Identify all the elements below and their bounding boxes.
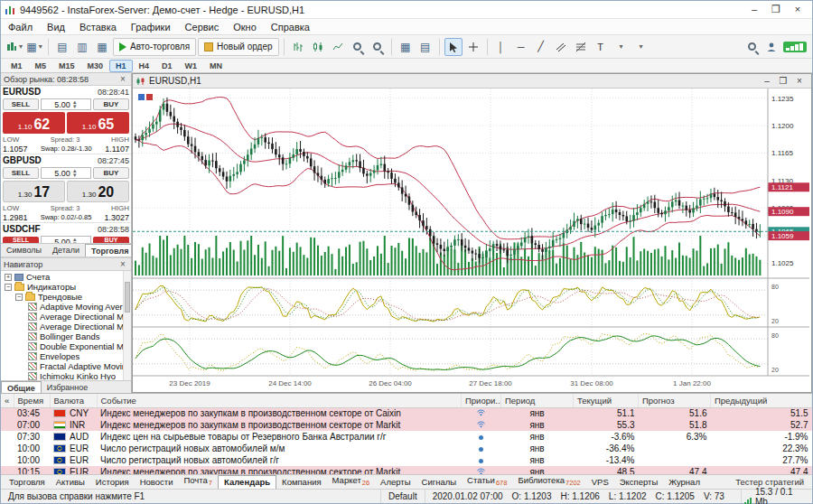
auto-trading-button[interactable]: Авто-торговля (113, 38, 196, 56)
vertical-line-tool-button[interactable]: │ (492, 38, 510, 56)
maximize-button[interactable]: ❒ (765, 2, 787, 18)
tree-item-trend[interactable]: −Трендовые (1, 292, 131, 302)
community-button[interactable] (762, 38, 780, 56)
tab-journal[interactable]: Журнал (663, 476, 706, 489)
tf-w1[interactable]: W1 (179, 60, 204, 72)
tab-vps[interactable]: VPS (586, 476, 614, 489)
collapse-panel-button[interactable]: « (1, 394, 14, 407)
tree-item-indicator[interactable]: Adaptive Moving Average (1, 302, 131, 312)
sell-button[interactable]: SELL (3, 167, 39, 179)
navigator-scrollbar[interactable] (123, 271, 131, 380)
tf-m30[interactable]: M30 (81, 60, 110, 72)
calendar-row[interactable]: 03:45 CNY Индекс менеджеров по закупкам … (1, 407, 812, 419)
tf-h1[interactable]: H1 (109, 60, 133, 72)
spinner-arrows-icon[interactable]: ▲▼ (72, 100, 78, 109)
new-order-button[interactable]: Новый ордер (198, 38, 279, 56)
chart-restore-button[interactable]: ❒ (775, 76, 791, 86)
tab-symbols[interactable]: Символы (1, 244, 47, 257)
col-time[interactable]: Время (14, 394, 50, 407)
trendline-tool-button[interactable]: ╱ (532, 38, 550, 56)
tree-item-indicator[interactable]: Ichimoku Kinko Hyo (1, 371, 131, 380)
new-chart-button[interactable]: ▾ (5, 38, 23, 56)
buy-price-box[interactable]: 1.30 20 (67, 181, 129, 202)
tf-m15[interactable]: M15 (52, 60, 81, 72)
col-previous[interactable]: Предыдущий (711, 394, 812, 407)
tree-item-indicator[interactable]: Envelopes (1, 351, 131, 361)
col-forecast[interactable]: Прогноз (639, 394, 711, 407)
col-current[interactable]: Текущий (574, 394, 639, 407)
chart-close-button[interactable]: × (791, 76, 808, 86)
tab-details[interactable]: Детали (47, 244, 85, 257)
col-period[interactable]: Период (501, 394, 574, 407)
sell-price-box[interactable]: 1.10 62 (3, 112, 65, 134)
tf-mn[interactable]: MN (203, 60, 229, 72)
tf-h4[interactable]: H4 (133, 60, 156, 72)
tab-trade[interactable]: Торговля (4, 476, 51, 489)
tree-item-indicator[interactable]: Average Directional Movement Index Wilde… (1, 322, 131, 331)
tree-item-indicator[interactable]: Double Exponential Moving Average (1, 341, 131, 351)
tf-m1[interactable]: M1 (5, 60, 29, 72)
tab-articles[interactable]: Статьи678 (462, 474, 512, 489)
tf-m5[interactable]: M5 (29, 60, 53, 72)
close-button[interactable]: × (787, 2, 808, 18)
zoom-out-button[interactable] (369, 38, 387, 56)
tab-common[interactable]: Общие (1, 381, 42, 393)
tab-trading[interactable]: Торговля (85, 244, 131, 257)
tab-news[interactable]: Новости (135, 476, 179, 489)
tab-signals[interactable]: Сигналы (416, 476, 463, 489)
collapse-icon[interactable]: − (15, 294, 23, 301)
symbol-name[interactable]: USDCHF (3, 224, 41, 234)
calendar-row[interactable]: 07:30 AUD Индекс цен на сырьевые товары … (1, 431, 812, 443)
auto-scroll-button[interactable]: ▤ (416, 38, 435, 56)
close-icon[interactable]: × (117, 259, 128, 269)
connection-status-button[interactable] (782, 38, 808, 56)
tab-alerts[interactable]: Алерты (375, 476, 416, 489)
symbol-name[interactable]: EURUSD (3, 87, 41, 97)
buy-button[interactable]: BUY (93, 98, 129, 110)
menu-charts[interactable]: Графики (124, 19, 178, 35)
tf-d1[interactable]: D1 (155, 60, 179, 72)
data-window-toggle-button[interactable]: ▥ (73, 38, 91, 56)
tree-item-indicator[interactable]: Average Directional Movement Index (1, 312, 131, 322)
status-profile[interactable]: Default (381, 490, 425, 503)
search-button[interactable] (743, 38, 761, 56)
menu-view[interactable]: Вид (40, 19, 72, 35)
col-event[interactable]: Событие (97, 394, 462, 407)
candle-chart-mode-button[interactable] (309, 38, 327, 56)
profiles-button[interactable]: ▦ ▾ (25, 38, 43, 56)
tab-assets[interactable]: Активы (51, 476, 90, 489)
buy-price-box[interactable]: 1.10 65 (67, 112, 129, 134)
cursor-tool-button[interactable] (444, 38, 463, 56)
crosshair-tool-button[interactable] (464, 38, 482, 56)
tab-favorites[interactable]: Избранное (42, 381, 94, 393)
line-chart-mode-button[interactable] (329, 38, 347, 56)
shapes-tool-button[interactable]: ▾ (631, 38, 649, 56)
text-tool-button[interactable]: T (592, 38, 610, 56)
tile-windows-button[interactable]: ▦ (397, 38, 415, 56)
calendar-row[interactable]: 07:00 INR Индекс менеджеров по закупкам … (1, 419, 812, 431)
tree-item-indicator[interactable]: Fractal Adaptive Moving Average (1, 361, 131, 371)
tab-mail[interactable]: Почта7 (178, 474, 218, 489)
tree-item-indicator[interactable]: Bollinger Bands (1, 331, 131, 341)
collapse-icon[interactable]: − (5, 284, 12, 291)
tree-item-accounts[interactable]: +Счета (1, 272, 131, 282)
tab-company[interactable]: Компания (276, 476, 326, 489)
zoom-in-button[interactable] (349, 38, 367, 56)
col-priority[interactable]: Приори... (462, 394, 501, 407)
lot-size-stepper[interactable]: 5.00▲▼ (41, 98, 91, 110)
tab-market[interactable]: Маркет26 (327, 474, 376, 489)
arrows-tool-button[interactable]: ▾ (612, 38, 630, 56)
sell-price-box[interactable]: 1.30 17 (3, 181, 65, 202)
bar-chart-mode-button[interactable] (289, 38, 307, 56)
horizontal-line-tool-button[interactable]: ─ (512, 38, 530, 56)
tab-codebase[interactable]: Библиотека7202 (512, 474, 585, 489)
close-icon[interactable]: × (117, 74, 128, 84)
buy-button[interactable]: BUY (93, 167, 129, 179)
col-currency[interactable]: Валюта (50, 394, 97, 407)
menu-help[interactable]: Справка (264, 19, 317, 35)
tab-experts[interactable]: Эксперты (614, 476, 664, 489)
minimize-button[interactable]: – (743, 2, 765, 18)
symbol-name[interactable]: GBPUSD (3, 155, 42, 165)
chart-minimize-button[interactable]: – (759, 76, 775, 86)
menu-insert[interactable]: Вставка (72, 19, 124, 35)
